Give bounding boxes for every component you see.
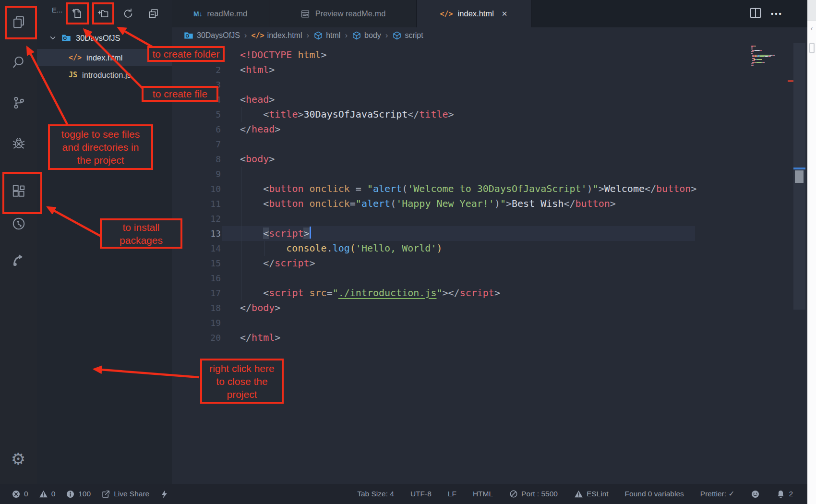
status-warnings[interactable]: 0 — [39, 490, 56, 499]
status-label: 0 — [51, 490, 56, 498]
status-port[interactable]: Port : 5500 — [509, 490, 558, 498]
close-tab-icon[interactable]: ✕ — [502, 10, 508, 18]
more-actions-button[interactable]: ••• — [771, 10, 783, 18]
activity-item-extensions[interactable] — [0, 176, 37, 206]
line-number: 2 — [172, 62, 221, 77]
new-folder-button[interactable] — [93, 3, 114, 24]
status-notifications[interactable]: 2 — [776, 490, 793, 499]
collapse-all-button[interactable] — [143, 3, 164, 24]
tab-index-html[interactable]: </>index.html✕ — [417, 0, 531, 27]
folder-label: 30DaysOfJS — [76, 34, 120, 43]
file-label: introduction.js — [82, 71, 131, 80]
slash-circle-icon — [509, 490, 518, 498]
status-label: ESLint — [587, 490, 609, 498]
code-text: <!DOCTYPE html> — [240, 48, 327, 62]
tab-label: readMe.md — [207, 9, 247, 18]
minimap-line — [753, 65, 754, 66]
status-errors[interactable]: 0 — [12, 490, 28, 499]
scrollbar-thumb[interactable] — [795, 170, 804, 183]
folder-row-30daysofjs[interactable]: 30DaysOfJS — [37, 29, 172, 47]
editor-tab-bar: M↓readMe.mdPreview readMe.md</>index.htm… — [172, 0, 816, 27]
breadcrumb-separator: › — [243, 31, 248, 40]
search-icon — [12, 55, 26, 70]
cube-icon — [313, 31, 323, 40]
file-label: index.html — [86, 53, 122, 62]
status-info-count[interactable]: 100 — [66, 490, 91, 499]
status-quick-action[interactable] — [160, 490, 169, 499]
status-feedback[interactable] — [751, 490, 760, 499]
code-text: <body> — [240, 152, 275, 167]
status-eslint[interactable]: ESLint — [574, 490, 609, 499]
breadcrumb-label: script — [405, 31, 423, 40]
export-box-icon — [101, 490, 110, 499]
line-number: 9 — [172, 167, 221, 181]
line-number: 19 — [172, 315, 221, 330]
line-number: 7 — [172, 137, 221, 152]
activity-item-run-debug[interactable] — [0, 128, 37, 158]
code-editor[interactable]: 1<!DOCTYPE html>2<html>34<head>5 <title>… — [172, 43, 816, 484]
status-prettier[interactable]: Prettier: ✓ — [700, 490, 735, 498]
breadcrumb-separator: › — [306, 31, 311, 40]
refresh-button[interactable] — [118, 3, 139, 24]
editor-actions: ••• — [749, 0, 807, 27]
code-line-9: 9 — [172, 167, 762, 181]
line-number: 8 — [172, 152, 221, 167]
bell-icon — [776, 490, 785, 499]
minimap-line — [753, 56, 755, 57]
breadcrumb-separator: › — [344, 31, 348, 40]
code-line-1: 1<!DOCTYPE html> — [172, 48, 762, 62]
line-number: 11 — [172, 196, 221, 211]
minimap[interactable] — [750, 46, 792, 103]
code-line-7: 7 — [172, 137, 762, 152]
line-number: 1 — [172, 48, 221, 62]
status-left-group: 00100Live Share — [12, 490, 169, 499]
status-variables[interactable]: Found 0 variables — [625, 490, 684, 498]
activity-item-share[interactable] — [0, 245, 37, 276]
status-tab-size[interactable]: Tab Size: 4 — [357, 490, 394, 498]
breadcrumb-label: body — [364, 31, 381, 40]
status-eol[interactable]: LF — [448, 490, 456, 498]
collapse-icon — [148, 8, 159, 19]
settings-gear-icon[interactable]: ⚙ — [5, 445, 32, 472]
code-text: </html> — [240, 330, 280, 345]
scm-icon — [12, 96, 26, 110]
code-line-17: 17 <script src="./introduction.js"></scr… — [172, 286, 762, 300]
line-number: 14 — [172, 241, 221, 256]
code-line-16: 16 — [172, 271, 762, 286]
breadcrumb-item-html[interactable]: html — [313, 31, 340, 40]
tab-preview-readme-md[interactable]: Preview readMe.md — [269, 0, 417, 27]
activity-item-live-share[interactable] — [0, 208, 37, 239]
minimap-line — [753, 53, 753, 54]
status-label: Prettier: ✓ — [700, 490, 735, 498]
code-line-20: 20</html> — [172, 330, 762, 345]
tab-label: Preview readMe.md — [315, 9, 386, 18]
activity-item-explorer[interactable] — [0, 7, 37, 37]
minimap-line — [756, 46, 756, 47]
breadcrumb-item-script[interactable]: script — [392, 31, 423, 40]
breadcrumb-item-body[interactable]: body — [352, 31, 381, 40]
minimap-line — [762, 50, 762, 51]
breadcrumb-item-index-html[interactable]: </>index.html — [251, 31, 302, 40]
file-row-introduction-js[interactable]: JSintroduction.js — [37, 66, 172, 84]
line-number: 5 — [172, 107, 221, 122]
status-label: HTML — [473, 490, 493, 498]
preview-icon — [300, 9, 311, 19]
status-live-share[interactable]: Live Share — [101, 490, 149, 499]
split-editor-icon[interactable] — [749, 6, 762, 22]
tab-readme-md[interactable]: M↓readMe.md — [172, 0, 269, 27]
activity-item-source-control[interactable] — [0, 87, 37, 118]
code-text: <button onclick = "alert('Welcome to 30D… — [240, 181, 696, 196]
new-file-button[interactable] — [67, 3, 88, 24]
code-text: <html> — [240, 62, 275, 77]
status-label: 2 — [789, 490, 793, 498]
code-text: <script src="./introduction.js"></script… — [240, 286, 500, 300]
status-encoding[interactable]: UTF-8 — [410, 490, 432, 498]
status-language-mode[interactable]: HTML — [473, 490, 493, 498]
breadcrumb-item-30daysofjs[interactable]: 30DaysOfJS — [183, 30, 240, 41]
file-row-index-html[interactable]: </>index.html — [37, 49, 172, 66]
smiley-icon — [751, 490, 760, 499]
line-number: 17 — [172, 286, 221, 300]
activity-item-search[interactable] — [0, 47, 37, 78]
code-line-19: 19 — [172, 315, 762, 330]
status-label: 0 — [24, 490, 28, 498]
